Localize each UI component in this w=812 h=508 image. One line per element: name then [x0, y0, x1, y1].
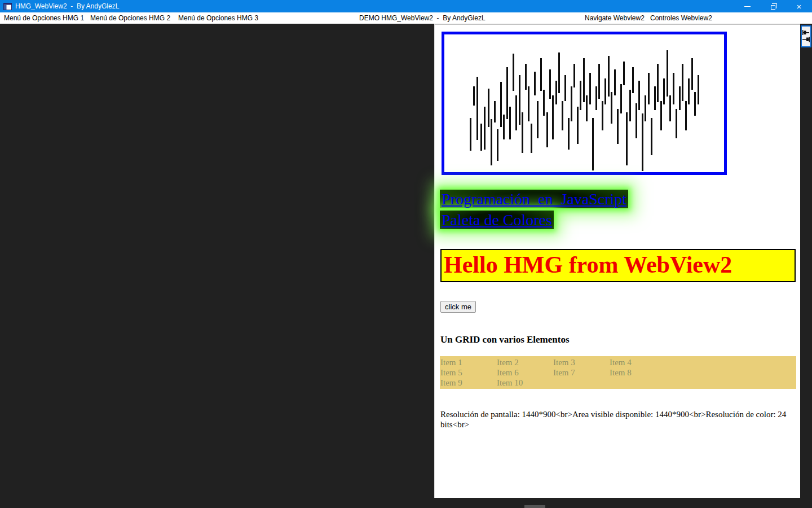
- chart-line-segment: [663, 78, 665, 104]
- grid-item: Item 7: [553, 367, 610, 378]
- chart-line-segment: [571, 86, 572, 121]
- chart-line-segment: [604, 78, 606, 104]
- link-paleta-colores[interactable]: Paleta de Colores: [440, 211, 554, 229]
- chart-line-segment: [638, 81, 640, 110]
- minimize-button[interactable]: [734, 0, 760, 12]
- chart-line-segment: [685, 101, 687, 130]
- slider-controls-button[interactable]: [801, 25, 811, 47]
- app-window-icon: [3, 3, 12, 10]
- chart-line-segment: [694, 92, 696, 116]
- chart-line-segment: [540, 58, 542, 91]
- chart-line-segment: [691, 58, 693, 90]
- chart-line-segment: [580, 81, 581, 110]
- bottom-scrollbar-thumb[interactable]: [524, 505, 545, 508]
- grid: Item 1Item 2Item 3Item 4Item 5Item 6Item…: [440, 356, 796, 389]
- close-button[interactable]: ×: [786, 0, 812, 12]
- restore-icon: [771, 5, 775, 10]
- chart-line-segment: [611, 92, 612, 124]
- chart-line-segment: [626, 112, 628, 165]
- chart-line-segment: [470, 118, 471, 151]
- slider-controls-icon: [802, 28, 810, 45]
- menu-opciones-hmg-2[interactable]: Menú de Opciones HMG 2: [87, 12, 173, 24]
- chart-line-segment: [614, 69, 616, 95]
- chart-line-segment: [525, 64, 527, 90]
- chart-line-segment: [476, 77, 478, 140]
- chart-line-segment: [549, 69, 551, 99]
- titlebar: HMG_WebView2 - By AndyGlezL ×: [0, 0, 812, 12]
- chart-line-segment: [531, 124, 532, 153]
- chart-line-segment: [564, 75, 566, 101]
- chart-line-segment: [688, 78, 690, 104]
- chart-line-segment: [537, 101, 539, 138]
- links-block: Programación_en_JavaScript Paleta de Col…: [440, 190, 628, 231]
- grid-item: Item 5: [440, 367, 497, 378]
- link-programacion-javascript[interactable]: Programación_en_JavaScript: [440, 190, 628, 208]
- chart-line-segment: [645, 95, 646, 121]
- chart-line-segment: [552, 95, 554, 139]
- chart-line-segment: [568, 118, 570, 150]
- chart-line-segment: [676, 109, 677, 138]
- chart-line-segment: [473, 86, 475, 106]
- menu-opciones-hmg-3[interactable]: Menú de Opciones HMG 3: [175, 12, 261, 24]
- chart-line-segment: [534, 72, 536, 95]
- chart-line-segment: [669, 95, 671, 121]
- chart-line-segment: [632, 67, 634, 93]
- chart-line-segment: [598, 64, 600, 99]
- menu-controles-webview2[interactable]: Controles Webview2: [647, 12, 715, 24]
- chart-line-segment: [651, 118, 652, 155]
- chart-line-segment: [555, 81, 557, 104]
- chart-line-segment: [698, 75, 699, 104]
- chart-line-segment: [577, 107, 579, 144]
- chart-line-segment: [636, 103, 637, 138]
- chart-line-segment: [642, 113, 643, 171]
- grid-item: Item 1: [440, 357, 497, 367]
- chart-line-segment: [522, 112, 523, 153]
- chart-line-segment: [660, 101, 662, 130]
- chart-line-segment: [528, 86, 529, 121]
- chart-line-segment: [667, 50, 668, 97]
- chart-line-segment: [629, 90, 631, 121]
- chart-line-segment: [509, 107, 511, 139]
- grid-title: Un GRID con varios Elementos: [440, 334, 570, 345]
- chart-line-segment: [573, 64, 575, 87]
- client-area: Programación_en_JavaScript Paleta de Col…: [0, 24, 812, 508]
- chart-line-segment: [503, 115, 505, 139]
- chart-line-segment: [513, 54, 514, 91]
- chart-line-segment: [673, 73, 674, 104]
- chart-line-segment: [592, 118, 594, 170]
- click-me-button[interactable]: click me: [440, 301, 476, 313]
- resolution-text: Resolución de pantalla: 812*508<br>Area…: [440, 409, 787, 430]
- chart-line-segment: [543, 90, 545, 116]
- menu-navigate-webview2[interactable]: Navigate Webview2: [582, 12, 647, 24]
- restore-button[interactable]: [760, 0, 786, 12]
- chart-line-segment: [480, 124, 482, 151]
- chart-line-segment: [546, 112, 548, 147]
- chart-line-segment: [497, 129, 498, 161]
- chart-line-segment: [589, 73, 591, 104]
- menu-demo-label[interactable]: DEMO HMG_WebView2 - By AndyGlezL: [356, 12, 488, 24]
- chart-line-segment: [595, 86, 597, 110]
- grid-item: Item 6: [497, 367, 553, 378]
- chart-canvas: [444, 34, 724, 172]
- chart-line-segment: [484, 107, 486, 150]
- chart-line-segment: [623, 62, 625, 85]
- chart-frame: [442, 32, 727, 175]
- grid-item: Item 3: [553, 357, 610, 367]
- grid-item: Item 2: [497, 357, 553, 367]
- chart-line-segment: [679, 86, 681, 110]
- chart-line-segment: [608, 56, 610, 97]
- chart-line-segment: [583, 58, 585, 102]
- chart-line-segment: [558, 52, 560, 93]
- grid-item: Item 10: [497, 378, 553, 388]
- hello-banner: Hello HMG from WebView2: [440, 249, 796, 282]
- chart-line-segment: [488, 89, 489, 127]
- chart-line-segment: [562, 101, 563, 130]
- chart-line-segment: [654, 86, 656, 110]
- chart-line-segment: [494, 101, 496, 122]
- chart-line-segment: [682, 64, 683, 101]
- minimize-icon: [744, 6, 751, 7]
- menu-opciones-hmg-1[interactable]: Menú de Opciones HMG 1: [1, 12, 87, 24]
- chart-line-segment: [500, 82, 502, 127]
- grid-item: Item 9: [440, 378, 497, 388]
- chart-line-segment: [617, 109, 619, 144]
